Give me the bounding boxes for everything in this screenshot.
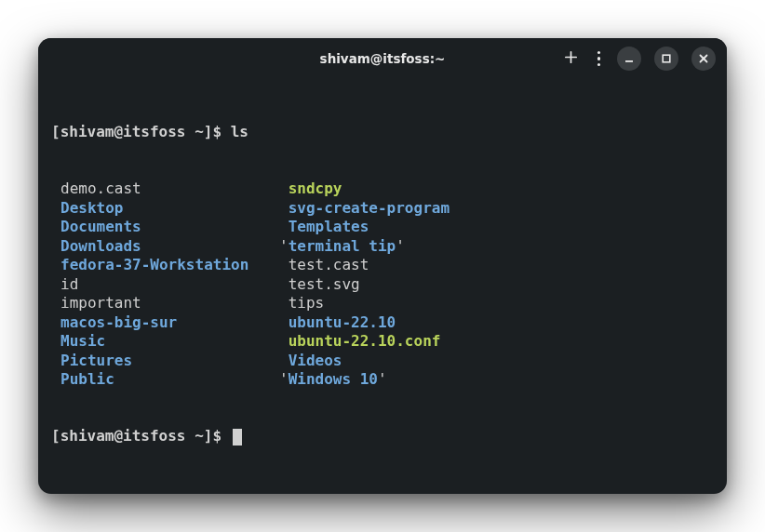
window-controls (562, 47, 717, 71)
prompt-cwd: ~ (195, 427, 204, 445)
ls-entry-name: ubuntu-22.10 (289, 313, 396, 331)
ls-entry: svg-create-program (279, 199, 450, 218)
close-button[interactable] (691, 47, 716, 71)
ls-column-1: demo.castDesktopDocumentsDownloadsfedora… (51, 180, 279, 389)
command-text: ls (231, 123, 248, 140)
ls-entry-name: Desktop (60, 199, 123, 217)
svg-rect-2 (625, 60, 633, 62)
close-icon (698, 53, 709, 64)
ls-entry-name: demo.cast (60, 180, 141, 197)
svg-rect-3 (663, 55, 670, 62)
ls-entry: sndcpy (279, 180, 450, 198)
maximize-button[interactable] (654, 47, 678, 71)
ls-entry: fedora-37-Workstation (60, 256, 279, 274)
ls-entry-name: macos-big-sur (60, 313, 177, 331)
plus-icon (563, 49, 579, 65)
ls-entry-name: test.svg (289, 275, 360, 293)
ls-entry-name: id (60, 275, 78, 293)
new-tab-button[interactable] (562, 49, 581, 68)
ls-output: demo.castDesktopDocumentsDownloadsfedora… (51, 180, 714, 389)
prompt-userhost: shivam@itsfoss (60, 123, 186, 140)
prompt-line: [shivam@itsfoss ~]$ ls (51, 123, 714, 141)
maximize-icon (661, 53, 672, 64)
ls-entry: demo.cast (60, 180, 279, 198)
ls-entry-name: sndcpy (289, 180, 342, 197)
ls-entry: Desktop (60, 199, 279, 218)
ls-entry-name: Templates (289, 218, 369, 235)
minimize-button[interactable] (617, 47, 641, 71)
titlebar: shivam@itsfoss:~ (38, 38, 727, 79)
ls-entry: 'terminal tip' (279, 237, 450, 256)
ls-entry-name: tips (289, 294, 325, 312)
ls-column-2: sndcpy svg-create-program Templates'term… (279, 180, 450, 389)
ls-entry: ubuntu-22.10.conf (279, 332, 450, 351)
ls-entry: important (60, 294, 279, 313)
ls-entry: test.svg (279, 275, 450, 294)
ls-entry: ubuntu-22.10 (279, 313, 450, 332)
ls-entry-name: ubuntu-22.10.conf (289, 332, 441, 350)
ls-entry-name: Music (60, 332, 105, 350)
kebab-dot-icon (597, 51, 601, 55)
ls-entry: Downloads (60, 237, 279, 256)
cursor-icon (233, 429, 242, 446)
ls-entry: Templates (279, 218, 450, 236)
ls-entry: macos-big-sur (60, 313, 279, 332)
ls-entry: tips (279, 294, 450, 313)
prompt-line: [shivam@itsfoss ~]$ (51, 427, 714, 446)
ls-entry: Videos (279, 352, 450, 370)
ls-entry-name: Windows 10 (289, 370, 378, 388)
menu-button[interactable] (594, 47, 605, 71)
ls-entry-name: Public (60, 370, 114, 388)
prompt-cwd: ~ (195, 123, 204, 140)
ls-entry: id (60, 275, 279, 294)
ls-entry: test.cast (279, 256, 450, 274)
prompt-userhost: shivam@itsfoss (60, 427, 186, 445)
prompt-sigil: $ (212, 427, 230, 445)
ls-entry: Music (60, 332, 279, 351)
ls-entry-name: important (60, 294, 141, 312)
ls-entry: Pictures (60, 352, 279, 370)
ls-entry-name: Videos (289, 352, 342, 369)
ls-entry-name: svg-create-program (289, 199, 450, 217)
ls-entry: Documents (60, 218, 279, 236)
ls-entry: 'Windows 10' (279, 370, 450, 389)
ls-entry-name: Pictures (60, 352, 132, 369)
kebab-dot-icon (597, 63, 601, 67)
prompt-sigil: $ (212, 123, 230, 140)
ls-entry-name: Downloads (60, 237, 141, 255)
ls-entry: Public (60, 370, 279, 389)
minimize-icon (624, 53, 635, 64)
kebab-dot-icon (597, 57, 601, 60)
ls-entry-name: Documents (60, 218, 141, 235)
prompt-bracket: [ (51, 123, 60, 140)
terminal-output[interactable]: [shivam@itsfoss ~]$ ls demo.castDesktopD… (38, 79, 727, 494)
ls-entry-name: fedora-37-Workstation (60, 256, 248, 273)
terminal-window: shivam@itsfoss:~ [shivam@itsfoss ~]$ ls (38, 38, 727, 494)
ls-entry-name: test.cast (289, 256, 369, 273)
ls-entry-name: terminal tip (289, 237, 396, 255)
